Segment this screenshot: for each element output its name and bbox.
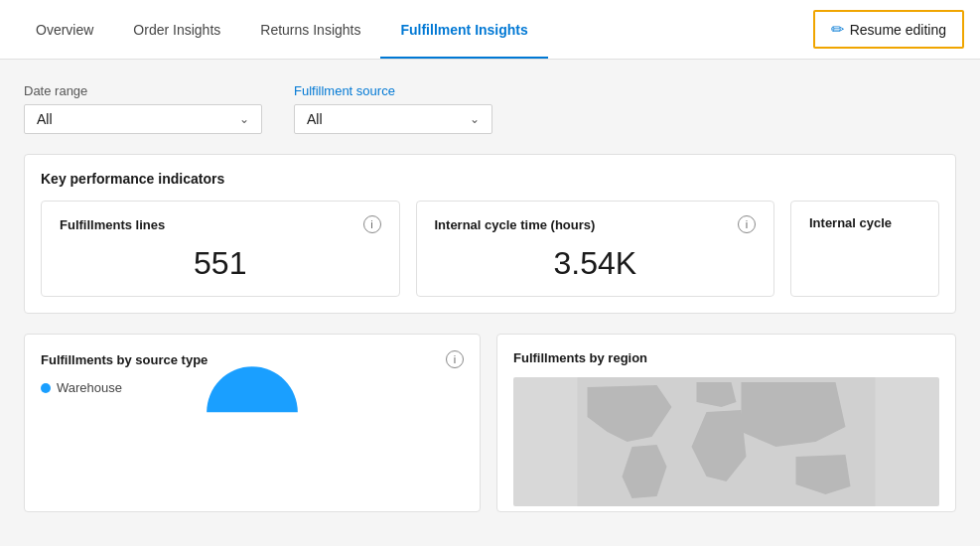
resume-editing-button[interactable]: ✏ Resume editing bbox=[813, 10, 964, 49]
map-svg bbox=[513, 377, 939, 506]
pie-chart-svg bbox=[203, 403, 302, 463]
kpi-card-title-2: Internal cycle time (hours) bbox=[435, 217, 596, 232]
kpi-value-1: 551 bbox=[60, 245, 381, 282]
tab-order-insights[interactable]: Order Insights bbox=[113, 0, 240, 59]
kpi-card-header-2: Internal cycle time (hours) i bbox=[435, 215, 757, 233]
chevron-down-icon-2: ⌄ bbox=[470, 112, 480, 126]
bottom-row: Fulfillments by source type i Warehouse … bbox=[24, 334, 956, 512]
tab-fulfillment-insights[interactable]: Fulfillment Insights bbox=[380, 0, 547, 59]
fulfillments-by-region-card: Fulfillments by region bbox=[496, 334, 956, 512]
fulfillments-source-title: Fulfillments by source type bbox=[41, 352, 208, 367]
legend-dot-warehouse bbox=[41, 383, 51, 393]
kpi-card-list: Fulfillments lines i 551 Internal cycle … bbox=[41, 201, 939, 297]
tab-returns-insights[interactable]: Returns Insights bbox=[240, 0, 380, 59]
kpi-card-internal-cycle-time: Internal cycle time (hours) i 3.54K bbox=[416, 201, 775, 297]
kpi-card-fulfillment-lines: Fulfillments lines i 551 bbox=[41, 201, 400, 297]
date-range-label: Date range bbox=[24, 83, 262, 98]
filter-row: Date range All ⌄ Fulfillment source All … bbox=[24, 83, 956, 134]
fulfillments-region-header: Fulfillments by region bbox=[513, 350, 939, 365]
kpi-card-header-1: Fulfillments lines i bbox=[60, 215, 381, 233]
page-content: Date range All ⌄ Fulfillment source All … bbox=[0, 60, 980, 512]
kpi-card-internal-cycle-partial: Internal cycle bbox=[790, 201, 939, 297]
fulfillments-source-header: Fulfillments by source type i bbox=[41, 350, 464, 368]
date-range-select[interactable]: All ⌄ bbox=[24, 104, 262, 134]
top-navigation: Overview Order Insights Returns Insights… bbox=[0, 0, 980, 60]
info-icon-2[interactable]: i bbox=[738, 215, 756, 233]
map-visualization bbox=[513, 377, 939, 506]
kpi-card-title-3: Internal cycle bbox=[809, 215, 892, 230]
info-icon-3[interactable]: i bbox=[446, 350, 464, 368]
tab-overview[interactable]: Overview bbox=[16, 0, 113, 59]
fulfillment-source-label: Fulfillment source bbox=[294, 83, 492, 98]
info-icon-1[interactable]: i bbox=[363, 215, 381, 233]
kpi-card-title-1: Fulfillments lines bbox=[60, 217, 165, 232]
date-range-filter: Date range All ⌄ bbox=[24, 83, 262, 134]
fulfillment-source-select[interactable]: All ⌄ bbox=[294, 104, 492, 134]
nav-tab-list: Overview Order Insights Returns Insights… bbox=[16, 0, 813, 59]
kpi-section-title: Key performance indicators bbox=[41, 171, 939, 187]
pencil-icon: ✏ bbox=[831, 20, 844, 39]
kpi-section: Key performance indicators Fulfillments … bbox=[24, 154, 956, 314]
fulfillments-by-source-card: Fulfillments by source type i Warehouse bbox=[24, 334, 481, 512]
fulfillment-source-filter: Fulfillment source All ⌄ bbox=[294, 83, 492, 134]
fulfillments-region-title: Fulfillments by region bbox=[513, 350, 647, 365]
pie-chart-area bbox=[41, 403, 464, 463]
kpi-value-2: 3.54K bbox=[435, 245, 757, 282]
kpi-card-header-3: Internal cycle bbox=[809, 215, 920, 230]
chevron-down-icon: ⌄ bbox=[239, 112, 249, 126]
